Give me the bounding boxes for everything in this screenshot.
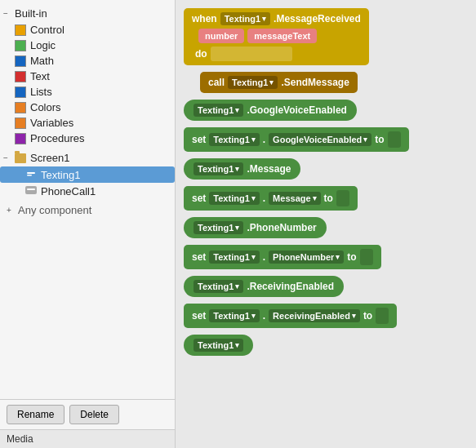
sidebar-item-variables[interactable]: Variables [0, 115, 175, 131]
phonenumber-getter-label: .PhoneNumber [247, 222, 316, 233]
sidebar-item-colors[interactable]: Colors [0, 100, 175, 115]
texting1-dd-msg-getter[interactable]: Texting1 [194, 162, 243, 175]
text-color-box [15, 71, 26, 82]
setter-phonenumber-block[interactable]: set Texting1 . PhoneNumber to [184, 245, 381, 269]
texting1-dd-when[interactable]: Texting1 [220, 12, 270, 25]
svg-rect-1 [27, 172, 35, 174]
message-getter-label: .Message [247, 163, 291, 175]
call-block[interactable]: call Texting1 .SendMessage [200, 72, 358, 93]
texting1-dd-call[interactable]: Texting1 [228, 76, 278, 89]
receiving-prop-dd[interactable]: ReceivingEnabled [269, 309, 360, 322]
set-label-pn: set [192, 251, 206, 263]
math-color-box [15, 55, 26, 67]
getter-message-row: Texting1 .Message [184, 158, 468, 180]
set-label-msg: set [192, 193, 206, 204]
builtin-section[interactable]: − Built-in [0, 5, 175, 22]
setter-slot-pn [360, 249, 373, 265]
setter-receiving-block[interactable]: set Texting1 . ReceivingEnabled to [184, 304, 397, 328]
sidebar-item-phonecall1[interactable]: PhoneCall1 [0, 183, 175, 199]
sidebar-item-control[interactable]: Control [0, 22, 175, 38]
tree-area: − Built-in Control Logic Math Text Lists [0, 0, 175, 399]
message-prop-dd[interactable]: Message [269, 192, 320, 205]
sidebar-item-text[interactable]: Text [0, 69, 175, 84]
getter-google-voice-row: Texting1 .GoogleVoiceEnabled [184, 100, 468, 121]
event-header: when Texting1 .MessageReceived [192, 12, 361, 25]
dot-label-re: . [263, 310, 265, 322]
texting1-dd-pn-getter[interactable]: Texting1 [194, 221, 243, 234]
rename-button[interactable]: Rename [7, 405, 65, 424]
getter-phonenumber-row: Texting1 .PhoneNumber [184, 217, 468, 238]
setter-receiving-row: set Texting1 . ReceivingEnabled to [184, 304, 468, 328]
procedures-label: Procedures [30, 132, 84, 144]
event-params: number messageText [192, 29, 361, 43]
screen1-toggle-icon: − [3, 153, 15, 162]
messagetext-param: messageText [247, 29, 317, 43]
receiving-getter-label: .ReceivingEnabled [247, 281, 334, 292]
to-label-msg: to [324, 193, 333, 204]
setter-message-row: set Texting1 . Message to [184, 186, 468, 211]
send-message-label: .SendMessage [281, 77, 349, 88]
sidebar-item-lists[interactable]: Lists [0, 84, 175, 100]
setter-slot-re [376, 308, 389, 324]
phonenumber-prop-dd[interactable]: PhoneNumber [269, 251, 344, 264]
setter-google-voice-row: set Texting1 . GoogleVoiceEnabled to [184, 127, 468, 152]
bottom-buttons-area: Rename Delete [0, 399, 175, 429]
text-label: Text [30, 70, 50, 82]
right-panel: when Texting1 .MessageReceived number me… [176, 0, 476, 448]
delete-button[interactable]: Delete [69, 405, 119, 424]
setter-slot-msg [336, 190, 349, 206]
setter-message-block[interactable]: set Texting1 . Message to [184, 186, 358, 211]
getter-texting1-standalone-row: Texting1 [184, 335, 468, 356]
setter-phonenumber-row: set Texting1 . PhoneNumber to [184, 245, 468, 269]
texting1-label: Texting1 [41, 169, 80, 181]
set-label-gv: set [192, 134, 206, 145]
texting1-dd-re-setter[interactable]: Texting1 [209, 309, 259, 322]
sidebar-item-math[interactable]: Math [0, 53, 175, 69]
texting1-dd-msg-setter[interactable]: Texting1 [209, 192, 259, 205]
when-event-block[interactable]: when Texting1 .MessageReceived number me… [184, 8, 369, 65]
sidebar-item-any-component[interactable]: + Any component [0, 202, 175, 218]
setter-google-voice-block[interactable]: set Texting1 . GoogleVoiceEnabled to [184, 127, 409, 152]
dot-label-gv: . [263, 134, 265, 145]
control-color-box [15, 24, 26, 36]
do-row: do [192, 47, 361, 61]
do-label: do [192, 48, 207, 60]
texting1-dd-gv-setter[interactable]: Texting1 [209, 133, 259, 146]
sidebar-item-procedures[interactable]: Procedures [0, 131, 175, 146]
sidebar-item-texting1[interactable]: Texting1 [0, 166, 175, 183]
builtin-toggle-icon: − [3, 9, 15, 18]
lists-color-box [15, 86, 26, 98]
colors-label: Colors [30, 101, 61, 113]
svg-rect-2 [27, 175, 32, 176]
left-panel: − Built-in Control Logic Math Text Lists [0, 0, 176, 448]
media-label: Media [0, 429, 175, 448]
getter-receiving-block[interactable]: Texting1 .ReceivingEnabled [184, 276, 344, 297]
getter-message-block[interactable]: Texting1 .Message [184, 158, 300, 180]
any-component-toggle: + [7, 206, 18, 215]
logic-label: Logic [30, 39, 56, 51]
screen1-section[interactable]: − Screen1 [0, 149, 175, 166]
any-component-label: Any component [18, 204, 91, 216]
getter-texting1-standalone[interactable]: Texting1 [184, 335, 253, 356]
control-label: Control [30, 24, 65, 36]
math-label: Math [30, 55, 54, 67]
lists-label: Lists [30, 86, 52, 98]
builtin-label: Built-in [15, 7, 47, 20]
getter-phonenumber-block[interactable]: Texting1 .PhoneNumber [184, 217, 327, 238]
texting1-dd-gv-getter[interactable]: Texting1 [194, 104, 243, 117]
variables-color-box [15, 118, 26, 129]
texting1-dd-pn-setter[interactable]: Texting1 [209, 251, 259, 264]
screen1-label: Screen1 [30, 152, 69, 164]
do-slot [211, 47, 292, 61]
texting1-dd-standalone[interactable]: Texting1 [194, 339, 243, 352]
call-block-row: call Texting1 .SendMessage [184, 72, 468, 93]
to-label-pn: to [347, 251, 356, 263]
variables-label: Variables [30, 117, 73, 129]
google-voice-prop-dd[interactable]: GoogleVoiceEnabled [269, 133, 371, 146]
texting1-dd-re-getter[interactable]: Texting1 [194, 280, 243, 293]
message-received-label: .MessageReceived [274, 13, 361, 24]
number-param: number [198, 29, 244, 43]
sidebar-item-logic[interactable]: Logic [0, 38, 175, 53]
logic-color-box [15, 40, 26, 51]
getter-google-voice-block[interactable]: Texting1 .GoogleVoiceEnabled [184, 100, 357, 121]
